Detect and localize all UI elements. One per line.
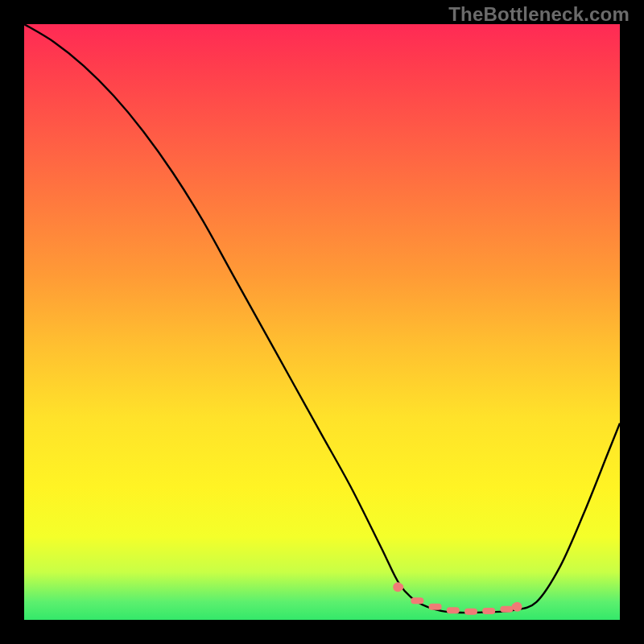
bottleneck-curve: [24, 24, 620, 613]
marker-dash: [411, 597, 423, 604]
chart-frame: TheBottleneck.com: [0, 0, 644, 644]
marker-dash: [500, 606, 513, 613]
marker-dash: [464, 609, 477, 615]
highlight-band: [393, 582, 522, 614]
marker-dot: [393, 582, 402, 592]
marker-dash: [482, 608, 495, 614]
plot-area: [24, 24, 620, 620]
curve-layer: [24, 24, 620, 620]
marker-dot: [513, 602, 522, 612]
watermark-text: TheBottleneck.com: [448, 3, 630, 26]
marker-dash: [429, 604, 442, 610]
marker-dash: [447, 607, 460, 613]
